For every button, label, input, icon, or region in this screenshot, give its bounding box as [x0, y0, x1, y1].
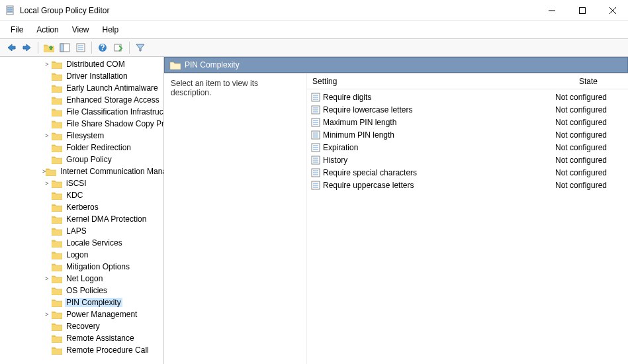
tree-item[interactable]: File Share Shadow Copy Provider [0, 118, 163, 130]
tree-item[interactable]: Locale Services [0, 237, 163, 249]
tree-item-label: File Classification Infrastructure [65, 107, 164, 116]
tree-item[interactable]: >iSCSI [0, 177, 163, 189]
up-level-button[interactable] [42, 40, 56, 55]
tree-item-label: Filesystem [65, 131, 105, 140]
svg-rect-13 [60, 44, 64, 52]
tree-item-label: Remote Procedure Call [65, 345, 150, 355]
minimize-button[interactable] [537, 0, 567, 21]
tree-item-label: Locale Services [65, 238, 124, 248]
policy-setting-icon [311, 156, 320, 165]
policy-setting-icon [311, 181, 320, 190]
setting-row[interactable]: Require special charactersNot configured [307, 166, 628, 179]
setting-cell: Require special characters [307, 168, 549, 177]
tree-item[interactable]: Enhanced Storage Access [0, 94, 163, 106]
tree-item-label: Internet Communication Management [59, 167, 164, 176]
chevron-right-icon[interactable]: > [42, 180, 52, 187]
tree-item[interactable]: Group Policy [0, 154, 163, 165]
setting-state: Not configured [549, 181, 628, 190]
tree-item[interactable]: Recovery [0, 320, 163, 332]
folder-icon [52, 95, 62, 105]
setting-row[interactable]: Require digitsNot configured [307, 91, 628, 103]
show-hide-tree-button[interactable] [58, 40, 72, 55]
chevron-right-icon[interactable]: > [42, 61, 52, 68]
setting-cell: Require uppercase letters [307, 181, 549, 190]
tree-item[interactable]: Logon [0, 249, 163, 261]
tree-pane[interactable]: >Distributed COMDriver InstallationEarly… [0, 57, 164, 364]
svg-rect-9 [580, 7, 586, 13]
setting-row[interactable]: Maximum PIN lengthNot configured [307, 116, 628, 128]
column-header-setting[interactable]: Setting [307, 77, 549, 86]
nav-forward-button[interactable] [20, 40, 34, 55]
tree-item-label: LAPS [65, 226, 88, 236]
settings-list: Setting State Require digitsNot configur… [307, 73, 628, 364]
tree-item[interactable]: OS Policies [0, 285, 163, 296]
setting-row[interactable]: Minimum PIN lengthNot configured [307, 128, 628, 141]
tree-item[interactable]: >Net Logon [0, 273, 163, 285]
setting-cell: Expiration [307, 143, 549, 152]
column-header-state[interactable]: State [549, 77, 628, 86]
help-button[interactable]: ? [95, 40, 110, 55]
tree-item[interactable]: Kernel DMA Protection [0, 213, 163, 225]
tree-item[interactable]: Folder Redirection [0, 142, 163, 154]
tree-item[interactable]: LAPS [0, 225, 163, 237]
tree-item-label: Folder Redirection [65, 143, 132, 152]
tree-item[interactable]: File Classification Infrastructure [0, 106, 163, 118]
detail-body: Select an item to view its description. … [164, 73, 628, 364]
tree-item[interactable]: >Internet Communication Management [0, 165, 163, 177]
detail-header: PIN Complexity [164, 57, 628, 73]
folder-icon [52, 107, 62, 116]
folder-icon [52, 214, 62, 224]
tree-item[interactable]: >Distributed COM [0, 58, 163, 70]
tree-item[interactable]: >Power Management [0, 308, 163, 320]
setting-state: Not configured [549, 118, 628, 127]
chevron-right-icon[interactable]: > [42, 311, 52, 318]
tree-item-label: Net Logon [65, 274, 104, 283]
setting-cell: Require digits [307, 93, 549, 102]
chevron-right-icon[interactable]: > [42, 132, 52, 139]
folder-icon [52, 155, 62, 164]
tree-item[interactable]: >Filesystem [0, 130, 163, 142]
tree-item[interactable]: Remote Procedure Call [0, 344, 163, 356]
setting-state: Not configured [549, 143, 628, 152]
menu-file[interactable]: File [5, 23, 28, 37]
tree-item-label: KDC [65, 191, 84, 200]
maximize-button[interactable] [567, 0, 598, 21]
tree-item[interactable]: Early Launch Antimalware [0, 82, 163, 94]
setting-row[interactable]: Require lowercase lettersNot configured [307, 103, 628, 116]
filter-button[interactable] [133, 40, 148, 55]
export-button[interactable] [111, 40, 126, 55]
tree-item-label: Driver Installation [65, 71, 129, 81]
menu-help[interactable]: Help [97, 23, 124, 37]
nav-back-button[interactable] [4, 40, 19, 55]
folder-icon [52, 262, 62, 271]
setting-state: Not configured [549, 168, 628, 177]
policy-setting-icon [311, 93, 320, 102]
menu-view[interactable]: View [67, 23, 95, 37]
close-button[interactable] [598, 0, 628, 21]
setting-row[interactable]: ExpirationNot configured [307, 141, 628, 154]
setting-row[interactable]: Require uppercase lettersNot configured [307, 179, 628, 191]
setting-state: Not configured [549, 130, 628, 140]
tree-item[interactable]: Driver Installation [0, 70, 163, 82]
tree-item-label: File Share Shadow Copy Provider [65, 119, 164, 128]
menu-action[interactable]: Action [31, 23, 64, 37]
tree-item[interactable]: Kerberos [0, 201, 163, 213]
folder-icon [52, 298, 62, 307]
tree-item[interactable]: Remote Assistance [0, 332, 163, 344]
folder-icon [52, 310, 62, 319]
tree-item-label: iSCSI [65, 179, 88, 188]
setting-row[interactable]: HistoryNot configured [307, 154, 628, 166]
folder-icon [46, 167, 56, 176]
folder-icon [52, 286, 62, 295]
tree-item[interactable]: Mitigation Options [0, 261, 163, 273]
tree-item-label: Power Management [65, 310, 138, 319]
setting-state: Not configured [549, 105, 628, 114]
tree-item-label: Distributed COM [65, 60, 126, 69]
properties-button[interactable] [73, 40, 88, 55]
setting-state: Not configured [549, 156, 628, 165]
detail-pane: PIN Complexity Select an item to view it… [164, 57, 628, 364]
chevron-right-icon[interactable]: > [42, 275, 52, 282]
folder-icon [52, 71, 62, 81]
tree-item[interactable]: KDC [0, 189, 163, 201]
tree-item[interactable]: PIN Complexity [0, 296, 163, 308]
